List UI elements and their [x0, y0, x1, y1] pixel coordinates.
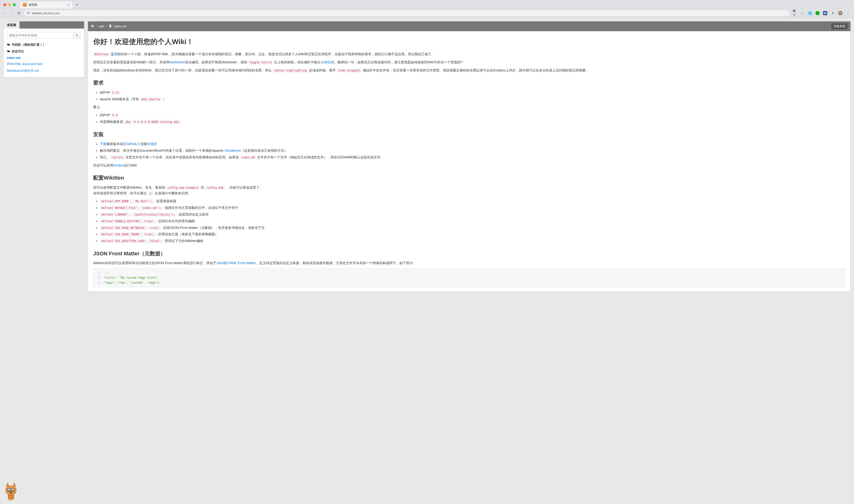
jekyll-link[interactable]: Jekyll的YAML Front Matter: [216, 261, 256, 265]
json-paragraph: Wikitten内容也可以使用简单但功能强大的JSON Front Matter…: [93, 260, 845, 266]
tab-title: 威基滕: [29, 3, 37, 7]
breadcrumb-file: index.md: [114, 24, 126, 28]
intro-paragraph: Wikitten 是我制作的一个小型，快速的PHP Wiki，因为我确实需要一个…: [93, 51, 845, 57]
code-block: 1.---2."title": "My Custom Page Title",3…: [93, 268, 845, 287]
repo-link[interactable]: 存储库: [147, 142, 157, 146]
list-item: define('LIBRARY', '/path/to/wiki/library…: [100, 212, 845, 217]
list-item: define('DEFAULT_FILE', 'index.md'); -选择应…: [100, 205, 845, 211]
requirements-list-2: 的PHP 5.4 内置网络服务器 php -S 0.0.0.0:8000 rou…: [100, 112, 845, 125]
svg-point-2: [25, 4, 26, 5]
code-line: 1.---: [96, 271, 842, 275]
markdown-link[interactable]: Markdown: [170, 60, 185, 64]
file-icon: [109, 24, 112, 28]
config-code: define('LIBRARY', '/path/to/wiki/library…: [100, 213, 177, 217]
docker-link[interactable]: Docker: [113, 163, 124, 167]
list-item: define('USE_DARK_THEME', true); -启用深色主题（…: [100, 232, 845, 237]
example-doc-link[interactable]: 示例文档: [321, 60, 334, 64]
sidebar-item-file[interactable]: Markdown示例文件.md: [7, 68, 81, 74]
toggle-source-button[interactable]: 切换来源: [831, 23, 848, 29]
breadcrumb-sep: /: [106, 24, 107, 28]
wikitten-code: Wikitten: [93, 52, 110, 56]
svg-rect-0: [23, 3, 27, 7]
content: 你好！欢迎使用您的个人Wiki！ Wikitten 是我制作的一个小型，快速的P…: [88, 31, 850, 291]
code-line: 3."tags": ["my", "custom", "tags"],: [96, 280, 842, 285]
config-code: define('USE_DARK_THEME', true);: [100, 232, 156, 236]
search-input[interactable]: [7, 32, 73, 39]
main-panel: / wiki / index.md 切换来源 你好！欢迎使用您的个人Wiki！ …: [88, 21, 851, 292]
me-link[interactable]: 我: [114, 52, 118, 56]
tab-bar: 威基滕 × +: [0, 0, 854, 8]
config-code: define('USE_PAGE_METADATA', true);: [100, 226, 161, 230]
config-paragraph-1: 您可以使用配置文件配置Wikitten。首先，将复制 config.php.ex…: [93, 185, 845, 196]
sidebar-tab[interactable]: 威基滕: [4, 21, 20, 29]
svg-point-1: [24, 4, 25, 5]
page-title: 你好！欢迎使用您的个人Wiki！: [93, 35, 845, 48]
config-heading: 配置Wikitten: [93, 174, 845, 182]
sidebar-item-folder[interactable]: 你也可以: [7, 48, 81, 55]
translate-icon[interactable]: �㐅: [793, 11, 797, 15]
virtualhost-link[interactable]: VirtualHost: [225, 149, 241, 152]
config-code: define('APP_NAME', 'My Wiki');: [100, 199, 155, 203]
sidebar-item-label: 样本HTML document.html: [7, 62, 43, 66]
svg-rect-3: [28, 13, 29, 14]
folder-icon: [7, 50, 10, 54]
sidebar-tab-header: 威基滕: [4, 21, 84, 29]
green-extension-icon[interactable]: [815, 11, 820, 15]
config-list: define('APP_NAME', 'My Wiki'); -设置维基标题de…: [100, 198, 845, 244]
puzzle-extension-icon[interactable]: ✦: [831, 11, 835, 15]
tab-favicon: [23, 3, 27, 7]
sidebar: 威基滕 ✕ 代码段（请给我扩展！） 你也可以 index.md: [3, 21, 84, 77]
browser-tab[interactable]: 威基滕 ×: [20, 1, 72, 8]
close-tab-icon[interactable]: ×: [68, 3, 70, 7]
back-button[interactable]: ←: [2, 11, 7, 15]
url-box[interactable]: wikitten.vizuina.com: [24, 10, 790, 16]
sidebar-item-file[interactable]: 样本HTML document.html: [7, 61, 81, 67]
folder-icon: [7, 43, 10, 47]
url-text: wikitten.vizuina.com: [32, 12, 59, 15]
download-link[interactable]: 下载: [100, 142, 107, 146]
maximize-window-button[interactable]: [13, 3, 16, 6]
list-item: 内置网络服务器 php -S 0.0.0.0:8000 routing.php: [100, 119, 845, 125]
breadcrumb-wiki[interactable]: wiki: [99, 24, 104, 28]
list-item: Apache Web服务器（带有 mod_rewrite ）: [100, 96, 845, 102]
minimize-window-button[interactable]: [8, 3, 11, 6]
json-heading: JSON Front Matter（元数据）: [93, 249, 845, 258]
browser-chrome: 威基滕 × + ← → ⟳ wikitten.vizuina.com �㐅 ☆ …: [0, 0, 854, 18]
or-text: 要么: [93, 104, 845, 110]
list-item: 的PHP 5.4: [100, 112, 845, 118]
list-item: 而已。library 安装文件夹中有一个目录。您在其中放置的所有内容都将由Wik…: [100, 155, 845, 160]
sidebar-item-label: 你也可以: [12, 49, 24, 54]
bookmark-star-icon[interactable]: ☆: [800, 11, 804, 15]
globe-extension-icon[interactable]: 🌐: [808, 11, 812, 15]
search-clear-button[interactable]: ✕: [73, 32, 81, 39]
profile-avatar-icon[interactable]: 间: [838, 11, 842, 15]
breadcrumb-sep: /: [96, 24, 97, 28]
menu-icon[interactable]: ⋮: [846, 11, 850, 15]
sidebar-item-index[interactable]: index.md: [7, 55, 81, 60]
sidebar-item-label: 代码段（请给我扩展！）: [12, 43, 46, 47]
install-list: 下载最新版本或在GitHub上克隆存储库 解压缩档案后，将文件放在Documen…: [100, 141, 845, 160]
new-tab-button[interactable]: +: [74, 2, 80, 7]
config-code: define('USE_WIKITTEN_LOGO', false);: [100, 239, 163, 243]
github-link[interactable]: 在GitHub上: [123, 142, 140, 146]
clear-icon: ✕: [75, 34, 78, 37]
list-item: 的PHP 5.3+: [100, 90, 845, 95]
sidebar-item-folder[interactable]: 代码段（请给我扩展！）: [7, 42, 81, 48]
toggle-source-code: Toggle source: [248, 60, 273, 65]
requirements-list-1: 的PHP 5.3+ Apache Web服务器（带有 mod_rewrite ）: [100, 90, 845, 102]
m-extension-icon[interactable]: M: [823, 11, 827, 15]
sidebar-body: ✕ 代码段（请给我扩展！） 你也可以 index.md 样本HTML docum…: [4, 29, 84, 77]
close-window-button[interactable]: [3, 3, 6, 6]
list-item: define('USE_PAGE_METADATA', true); -启用JS…: [100, 225, 845, 231]
config-code: define('DEFAULT_FILE', 'index.md');: [100, 206, 163, 210]
sidebar-search: ✕: [7, 32, 81, 39]
home-icon[interactable]: [91, 24, 94, 28]
list-item: define('USE_WIKITTEN_LOGO', false); -禁用左…: [100, 238, 845, 244]
address-bar: ← → ⟳ wikitten.vizuina.com �㐅 ☆ 🌐 M ✦ 间 …: [0, 8, 854, 18]
reload-button[interactable]: ⟳: [17, 11, 21, 16]
sidebar-file-list: 代码段（请给我扩展！） 你也可以 index.md 样本HTML documen…: [7, 42, 81, 74]
list-item: define('APP_NAME', 'My Wiki'); -设置维基标题: [100, 198, 845, 204]
extension-icons: �㐅 ☆ 🌐 M ✦ 间 ⋮: [793, 11, 852, 15]
sidebar-item-label: Markdown示例文件.md: [7, 69, 39, 73]
forward-button[interactable]: →: [10, 11, 14, 15]
